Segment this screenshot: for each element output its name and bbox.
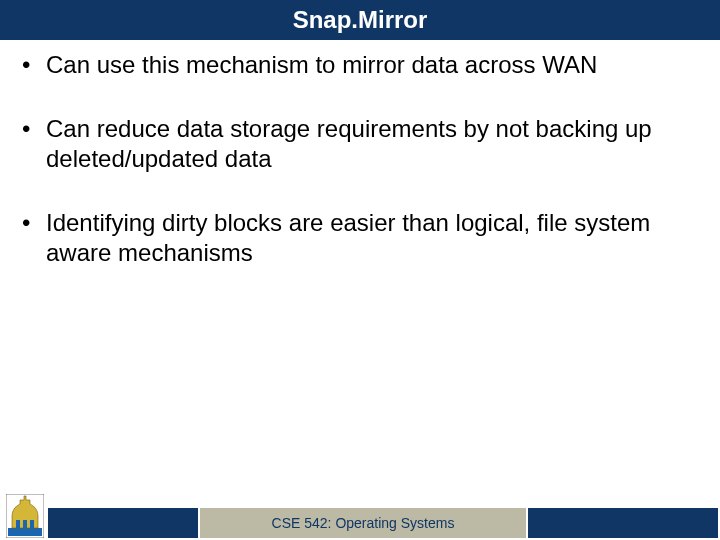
bullet-item: • Identifying dirty blocks are easier th…	[22, 208, 698, 268]
title-bar: Snap.Mirror	[0, 0, 720, 40]
bullet-dot: •	[22, 114, 46, 144]
slide-content: • Can use this mechanism to mirror data …	[0, 40, 720, 268]
spacer	[22, 80, 698, 114]
svg-rect-2	[16, 520, 20, 528]
spacer	[22, 174, 698, 208]
bullet-text: Can use this mechanism to mirror data ac…	[46, 50, 698, 80]
bullet-text: Can reduce data storage requirements by …	[46, 114, 698, 174]
footer: CSE 542: Operating Systems	[0, 506, 720, 538]
slide-title: Snap.Mirror	[293, 6, 428, 34]
footer-left-block	[48, 508, 198, 538]
bullet-text: Identifying dirty blocks are easier than…	[46, 208, 698, 268]
svg-rect-1	[8, 528, 42, 536]
footer-center-block: CSE 542: Operating Systems	[200, 508, 526, 538]
dome-logo-icon	[6, 494, 44, 538]
bullet-dot: •	[22, 208, 46, 238]
bullet-dot: •	[22, 50, 46, 80]
bullet-item: • Can reduce data storage requirements b…	[22, 114, 698, 174]
svg-rect-3	[23, 520, 27, 528]
footer-right-block	[528, 508, 718, 538]
slide: Snap.Mirror • Can use this mechanism to …	[0, 0, 720, 540]
course-label: CSE 542: Operating Systems	[272, 515, 455, 531]
bullet-item: • Can use this mechanism to mirror data …	[22, 50, 698, 80]
svg-rect-4	[30, 520, 34, 528]
